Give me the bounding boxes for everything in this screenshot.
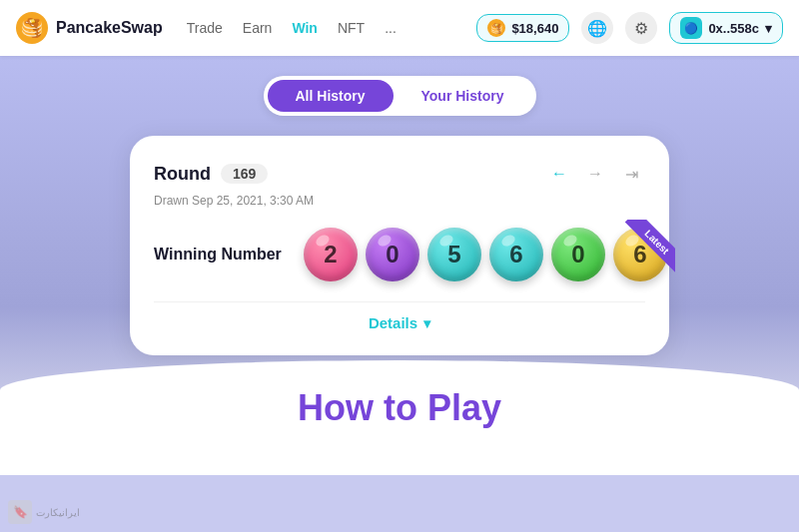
price-value: $18,640 [511,21,558,36]
nav-more[interactable]: ... [385,20,397,36]
how-to-play-heading: How to Play [298,387,501,429]
balls-container-wrapper: Latest 2 0 5 6 0 [304,228,667,281]
round-info: Round 169 [154,164,268,185]
nav-earn[interactable]: Earn [243,20,273,36]
winning-section: Winning Number Latest 2 0 5 6 [154,228,645,281]
tab-your-history[interactable]: Your History [394,80,532,112]
globe-button[interactable]: 🌐 [581,12,613,44]
nav-trade[interactable]: Trade [187,20,223,36]
main-content: All History Your History Round 169 ← → ⇥… [0,56,799,475]
draw-date: Drawn Sep 25, 2021, 3:30 AM [154,194,645,208]
round-label: Round [154,164,211,185]
tab-all-history[interactable]: All History [268,80,394,112]
ball-4: 6 [489,228,543,281]
nav-nft[interactable]: NFT [338,20,365,36]
price-badge: 🥞 $18,640 [476,14,569,42]
prev-round-button[interactable]: ← [545,160,573,188]
ball-5: 0 [551,228,605,281]
latest-badge: Latest [624,220,675,273]
nav-links: Trade Earn Win NFT ... [187,20,397,36]
nav-arrows: ← → ⇥ [545,160,645,188]
card-divider [154,301,645,302]
nav-win[interactable]: Win [292,20,318,36]
header: 🥞 PancakeSwap Trade Earn Win NFT ... 🥞 $… [0,0,799,56]
wallet-button[interactable]: 🔵 0x..558c ▾ [669,12,783,44]
settings-button[interactable]: ⚙ [625,12,657,44]
header-right: 🥞 $18,640 🌐 ⚙ 🔵 0x..558c ▾ [476,12,783,44]
next-round-button[interactable]: → [581,160,609,188]
header-left: 🥞 PancakeSwap Trade Earn Win NFT ... [16,12,397,44]
watermark: 🔖 ایرانیکارت [8,500,80,524]
watermark-text: ایرانیکارت [36,507,80,518]
logo-text: PancakeSwap [56,19,163,37]
details-button[interactable]: Details ▾ [154,314,645,331]
wallet-address: 0x..558c [708,21,759,36]
bottom-section: How to Play [0,360,799,475]
winning-label: Winning Number [154,246,284,264]
lottery-card: Round 169 ← → ⇥ Drawn Sep 25, 2021, 3:30… [130,136,669,355]
ball-1: 2 [304,228,358,281]
chevron-down-icon: ▾ [423,315,430,331]
tab-switcher: All History Your History [264,76,536,116]
logo-icon: 🥞 [16,12,48,44]
cake-icon: 🥞 [487,19,505,37]
ball-3: 5 [427,228,481,281]
details-label: Details [369,314,417,331]
ball-2: 0 [366,228,419,281]
card-header: Round 169 ← → ⇥ [154,160,645,188]
logo[interactable]: 🥞 PancakeSwap [16,12,163,44]
chevron-down-icon: ▾ [765,21,772,36]
round-number: 169 [221,164,268,184]
latest-ribbon-corner: Latest [611,220,675,283]
latest-round-button[interactable]: ⇥ [617,160,645,188]
wallet-icon: 🔵 [680,17,702,39]
watermark-icon: 🔖 [8,500,32,524]
